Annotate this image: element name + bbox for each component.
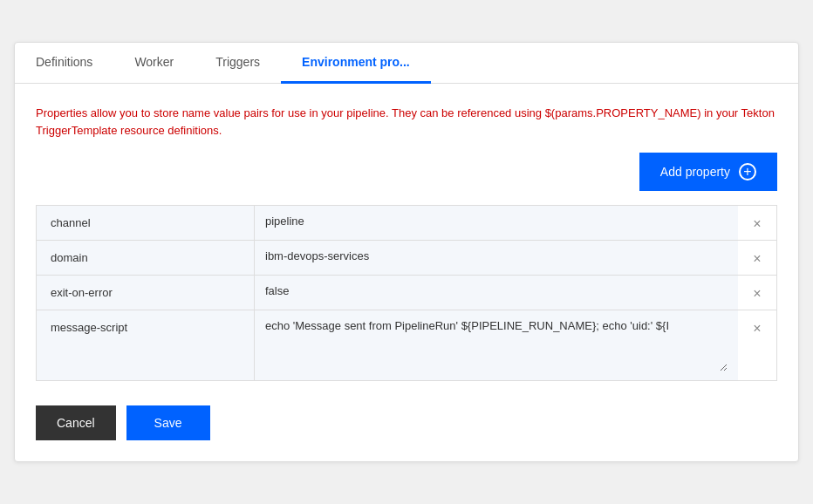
properties-table: channel pipeline × domain ibm-devops-ser… — [36, 205, 777, 381]
property-value-text-channel: pipeline — [265, 215, 728, 228]
property-value-exit-on-error: false — [255, 276, 738, 310]
main-card: Definitions Worker Triggers Environment … — [14, 42, 799, 462]
cancel-button[interactable]: Cancel — [36, 405, 116, 440]
property-value-text-domain: ibm-devops-services — [265, 249, 728, 262]
delete-property-domain[interactable]: × — [738, 241, 776, 275]
table-row: exit-on-error false × — [37, 276, 776, 310]
property-key-domain: domain — [37, 241, 255, 275]
property-key-exit-on-error: exit-on-error — [37, 276, 255, 310]
property-textarea-message-script[interactable] — [265, 319, 728, 371]
property-value-channel: pipeline — [255, 206, 738, 240]
add-property-button[interactable]: Add property + — [639, 153, 777, 191]
tabs-bar: Definitions Worker Triggers Environment … — [15, 43, 798, 84]
plus-icon: + — [739, 163, 756, 180]
property-value-text-exit-on-error: false — [265, 284, 728, 297]
property-value-message-script[interactable] — [255, 310, 738, 380]
property-key-channel: channel — [37, 206, 255, 240]
tab-triggers[interactable]: Triggers — [195, 43, 281, 84]
delete-property-exit-on-error[interactable]: × — [738, 276, 776, 310]
tab-environment-pro[interactable]: Environment pro... — [281, 43, 431, 84]
property-value-domain: ibm-devops-services — [255, 241, 738, 275]
add-property-row: Add property + — [15, 153, 798, 205]
tab-definitions[interactable]: Definitions — [15, 43, 113, 84]
table-row: domain ibm-devops-services × — [37, 241, 776, 276]
property-key-message-script: message-script — [37, 310, 255, 380]
description-text: Properties allow you to store name value… — [15, 84, 798, 153]
table-row: channel pipeline × — [37, 206, 776, 241]
tab-worker[interactable]: Worker — [113, 43, 195, 84]
delete-property-channel[interactable]: × — [738, 206, 776, 240]
footer-buttons: Cancel Save — [15, 381, 798, 440]
add-property-label: Add property — [660, 165, 730, 179]
save-button[interactable]: Save — [126, 405, 210, 440]
table-row: message-script × — [37, 310, 776, 380]
delete-property-message-script[interactable]: × — [738, 310, 776, 380]
